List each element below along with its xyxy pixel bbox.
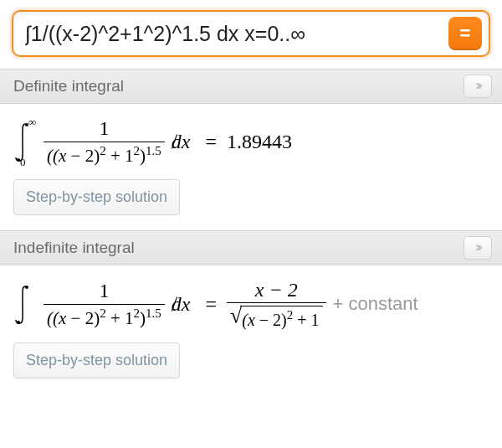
section-header-indefinite: Indefinite integral ›› (0, 230, 502, 265)
section-title: Indefinite integral (13, 239, 135, 257)
integrand-fraction: 1 ((x − 2)2 + 12)1.5 (44, 280, 165, 327)
equals-icon: = (460, 23, 471, 44)
definite-integral-expression: ∞ 0 1 ((x − 2)2 + 12)1.5 dx = 1.89443 (13, 117, 489, 166)
svg-point-2 (25, 286, 28, 289)
indefinite-integral-expression: 1 ((x − 2)2 + 12)1.5 dx = x − 2 √ (x − 2… (13, 279, 489, 329)
expand-button[interactable]: ›› (464, 236, 492, 260)
compute-button[interactable]: = (448, 17, 482, 50)
step-by-step-button[interactable]: Step-by-step solution (13, 179, 180, 215)
section-header-definite: Definite integral ›› (0, 69, 502, 104)
constant-label: + constant (333, 293, 418, 315)
chevron-right-double-icon: ›› (475, 77, 479, 94)
upper-limit: ∞ (28, 116, 36, 129)
expand-button[interactable]: ›› (464, 75, 492, 98)
differential: dx (172, 131, 191, 153)
definite-result-value: 1.89443 (227, 131, 292, 153)
sqrt-icon: √ (x − 2)2 + 1 (230, 306, 323, 329)
equals-sign: = (205, 293, 217, 316)
chevron-right-double-icon: ›› (475, 239, 479, 255)
integral-sign-icon (13, 280, 37, 328)
section-body-definite: ∞ 0 1 ((x − 2)2 + 12)1.5 dx = 1.89443 St… (0, 104, 502, 230)
numerator: 1 (95, 280, 112, 301)
rhs-denominator: √ (x − 2)2 + 1 (227, 305, 326, 329)
step-by-step-button[interactable]: Step-by-step solution (13, 342, 180, 378)
section-title: Definite integral (13, 77, 124, 95)
query-input-container: ∫1/((x-2)^2+1^2)^1.5 dx x=0..∞ = (12, 10, 490, 57)
differential: dx (172, 293, 191, 316)
denominator: ((x − 2)2 + 12)1.5 (44, 144, 165, 166)
lower-limit: 0 (20, 156, 26, 169)
integral-sign-icon: ∞ 0 (13, 117, 37, 166)
numerator: 1 (95, 117, 112, 139)
denominator: ((x − 2)2 + 12)1.5 (44, 306, 165, 328)
query-input[interactable]: ∫1/((x-2)^2+1^2)^1.5 dx x=0..∞ (25, 22, 448, 46)
svg-point-3 (17, 321, 20, 324)
integrand-fraction: 1 ((x − 2)2 + 12)1.5 (44, 117, 165, 165)
antiderivative-fraction: x − 2 √ (x − 2)2 + 1 (227, 279, 326, 329)
rhs-numerator: x − 2 (252, 279, 301, 301)
equals-sign: = (205, 131, 217, 153)
section-body-indefinite: 1 ((x − 2)2 + 12)1.5 dx = x − 2 √ (x − 2… (0, 265, 502, 394)
